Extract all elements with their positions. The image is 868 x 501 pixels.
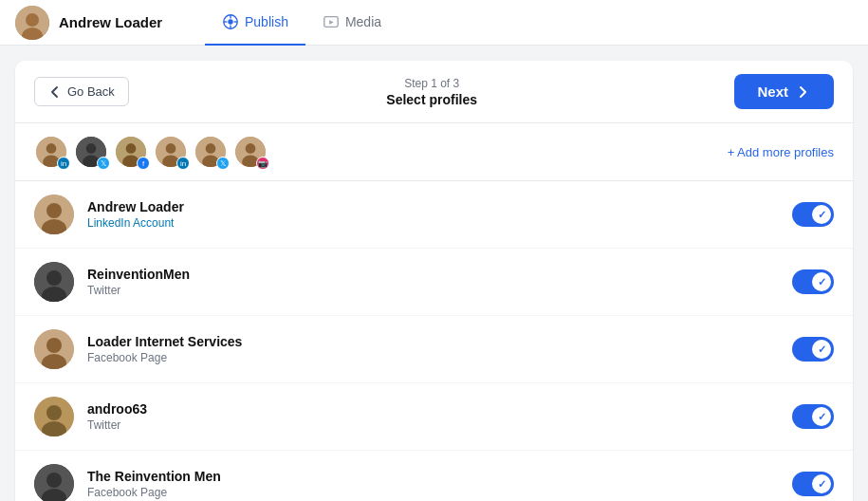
profile-type-5: Facebook Page	[87, 486, 792, 499]
svg-point-28	[46, 270, 62, 286]
main-content: Go Back Step 1 of 3 Select profiles Next…	[0, 46, 868, 501]
go-back-label: Go Back	[67, 84, 115, 99]
tab-media-label: Media	[345, 14, 381, 29]
user-avatar	[15, 6, 49, 40]
table-row: The Reinvention Men Facebook Page ✓	[15, 451, 853, 501]
step-title: Select profiles	[386, 92, 477, 107]
profile-type-3: Facebook Page	[87, 351, 792, 364]
step-number: Step 1 of 3	[386, 77, 477, 90]
svg-point-37	[46, 473, 62, 488]
avatar-reinventionmen	[34, 262, 74, 302]
svg-point-16	[166, 143, 176, 154]
svg-point-25	[46, 203, 62, 218]
tab-media[interactable]: Media	[305, 0, 398, 46]
svg-point-13	[126, 143, 137, 154]
svg-point-34	[46, 405, 62, 420]
profile-details-5: The Reinvention Men Facebook Page	[87, 469, 792, 499]
top-nav: Andrew Loader Publish Media	[0, 0, 868, 46]
step-card: Go Back Step 1 of 3 Select profiles Next…	[15, 61, 853, 501]
add-more-label: + Add more profiles	[728, 145, 834, 159]
next-button[interactable]: Next	[734, 74, 834, 109]
profile-details-3: Loader Internet Services Facebook Page	[87, 334, 792, 364]
svg-point-19	[206, 143, 216, 154]
profile-details-4: androo63 Twitter	[87, 401, 792, 432]
profiles-row: in 𝕏 f in	[15, 123, 853, 181]
step-header: Go Back Step 1 of 3 Select profiles Next	[15, 61, 853, 123]
profile-details-1: Andrew Loader LinkedIn Account	[87, 199, 792, 230]
toggle-knob-3: ✓	[812, 340, 831, 359]
tab-publish-label: Publish	[245, 14, 288, 29]
toggle-knob-2: ✓	[812, 272, 831, 291]
svg-point-7	[46, 143, 57, 154]
arrow-right-icon	[796, 84, 811, 100]
toggle-knob-1: ✓	[812, 205, 831, 224]
profile-name-1: Andrew Loader	[87, 199, 792, 214]
badge-instagram-6: 📷	[256, 157, 269, 170]
badge-twitter-2: 𝕏	[97, 157, 110, 170]
profile-type-1: LinkedIn Account	[87, 216, 792, 230]
table-row: Loader Internet Services Facebook Page ✓	[15, 316, 853, 383]
profile-thumb-6[interactable]: 📷	[233, 135, 268, 169]
badge-linkedin-4: in	[176, 157, 190, 170]
user-info: Andrew Loader	[15, 6, 186, 40]
avatar-image	[15, 6, 49, 40]
profile-thumb-2[interactable]: 𝕏	[74, 135, 108, 169]
profile-thumb-1[interactable]: in	[34, 135, 68, 169]
profile-type-2: Twitter	[87, 284, 792, 297]
badge-twitter-5: 𝕏	[216, 157, 230, 170]
nav-tabs: Publish Media	[205, 0, 398, 46]
add-more-profiles-button[interactable]: + Add more profiles	[728, 145, 834, 159]
toggle-3[interactable]: ✓	[792, 337, 834, 362]
avatar-androo63-twitter	[34, 397, 74, 436]
profile-name-3: Loader Internet Services	[87, 334, 792, 349]
toggle-1[interactable]: ✓	[792, 202, 834, 227]
toggle-4[interactable]: ✓	[792, 404, 834, 429]
toggle-2[interactable]: ✓	[792, 269, 834, 294]
arrow-left-icon	[48, 85, 62, 99]
next-label: Next	[757, 84, 788, 100]
table-row: ReinventionMen Twitter ✓	[15, 249, 853, 316]
svg-point-22	[246, 143, 256, 154]
badge-facebook-3: f	[137, 157, 150, 170]
publish-icon	[222, 13, 239, 30]
avatar-reinvention-men	[34, 464, 74, 501]
toggle-knob-4: ✓	[812, 407, 831, 426]
profile-name-4: androo63	[87, 401, 792, 417]
profile-details-2: ReinventionMen Twitter	[87, 267, 792, 297]
avatar-loader-internet	[34, 329, 74, 369]
table-row: Andrew Loader LinkedIn Account ✓	[15, 181, 853, 249]
tab-publish[interactable]: Publish	[205, 0, 305, 46]
badge-linkedin-1: in	[57, 157, 70, 170]
svg-point-31	[46, 338, 62, 353]
profile-name-5: The Reinvention Men	[87, 469, 792, 484]
toggle-knob-5: ✓	[812, 474, 831, 493]
go-back-button[interactable]: Go Back	[34, 77, 129, 106]
svg-point-1	[26, 13, 39, 27]
avatar-andrew-loader	[34, 195, 74, 234]
step-info: Step 1 of 3 Select profiles	[386, 77, 477, 107]
profile-type-4: Twitter	[87, 418, 792, 432]
profile-thumb-4[interactable]: in	[154, 135, 188, 169]
svg-point-10	[86, 143, 97, 154]
toggle-5[interactable]: ✓	[792, 472, 834, 496]
profile-thumb-3[interactable]: f	[114, 135, 148, 169]
media-icon	[323, 13, 340, 30]
profile-name-2: ReinventionMen	[87, 267, 792, 282]
profile-thumb-5[interactable]: 𝕏	[194, 135, 228, 169]
user-name: Andrew Loader	[59, 14, 162, 30]
svg-point-4	[228, 19, 232, 24]
table-row: androo63 Twitter ✓	[15, 383, 853, 451]
profile-list: Andrew Loader LinkedIn Account ✓ Reinven…	[15, 181, 853, 501]
